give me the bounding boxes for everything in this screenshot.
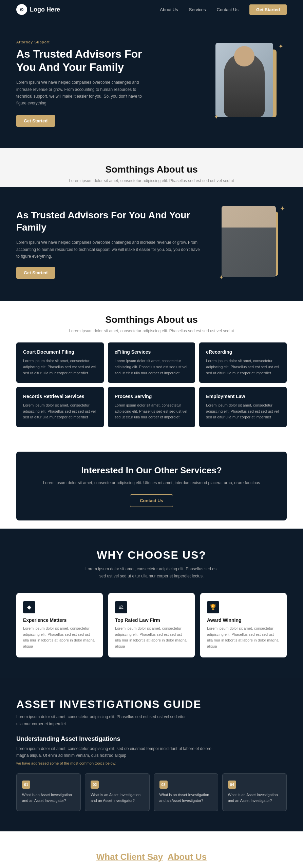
- asset-card-text-3: What is an Asset Investigation and an As…: [228, 792, 281, 804]
- star-decoration-1: ✦: [278, 43, 283, 50]
- service-title-0: Court Document Filing: [23, 349, 97, 355]
- why-card-desc-0: Lorem ipsum dolor sit amet, consectetur …: [23, 626, 96, 649]
- asset-card-3: 04 What is an Asset Investigation and an…: [222, 773, 287, 811]
- service-card-3: Records Retrieval Services Lorem ipsum d…: [16, 387, 104, 427]
- service-card-0: Court Document Filing Lorem ipsum dolor …: [16, 342, 104, 383]
- asset-card-text-2: What is an Asset Investigation and an As…: [159, 792, 212, 804]
- why-card-0: ◆ Experience Matters Lorem ipsum dolor s…: [16, 593, 103, 657]
- service-desc-1: Lorem ipsum dolor sit amet, consectetur …: [115, 358, 189, 376]
- service-card-2: eRecording Lorem ipsum dolor sit amet, c…: [199, 342, 287, 383]
- hero-description: Lorem Ipsum We have helped companies ove…: [16, 79, 145, 107]
- why-section: WHY CHOOSE US? Lorem ipsum dolor sit ame…: [0, 529, 303, 678]
- service-desc-3: Lorem ipsum dolor sit amet, consectetur …: [23, 402, 97, 420]
- why-card-icon-0: ◆: [23, 601, 35, 613]
- why-card-1: ⚖ Top Rated Law Firm Lorem ipsum dolor s…: [108, 593, 195, 657]
- hero-badge: Attorney Support: [16, 40, 145, 44]
- asset-card-num-3: 04: [228, 781, 236, 789]
- asset-cards: 01 What is an Asset Investigation and an…: [16, 773, 287, 811]
- asset-card-num-1: 02: [91, 781, 99, 789]
- services-section: Somthings About us Lorem ipsum dolor sit…: [0, 301, 303, 443]
- service-card-5: Employment Law Lorem ipsum dolor sit ame…: [199, 387, 287, 427]
- services-title: Somthings About us: [16, 314, 287, 325]
- hero-section: Attorney Support As Trusted Advisors For…: [0, 19, 303, 148]
- service-card-4: Process Serving Lorem ipsum dolor sit am…: [108, 387, 195, 427]
- why-card-title-1: Top Rated Law Firm: [115, 617, 188, 623]
- asset-card-num-0: 01: [22, 781, 30, 789]
- service-desc-0: Lorem ipsum dolor sit amet, consectetur …: [23, 358, 97, 376]
- testimonials-section: What Client Say About Us ★★★★★ Lorem ips…: [0, 831, 303, 868]
- person-head: [234, 46, 254, 66]
- about-person-image: [222, 206, 276, 277]
- navbar: ⊙ Logo Here About Us Services Contact Us…: [0, 0, 303, 19]
- asset-card-2: 03 What is an Asset Investigation and an…: [154, 773, 218, 811]
- why-card-2: 🏆 Award Winning Lorem ipsum dolor sit am…: [200, 593, 287, 657]
- service-desc-4: Lorem ipsum dolor sit amet, consectetur …: [115, 402, 189, 420]
- services-grid: Court Document Filing Lorem ipsum dolor …: [16, 342, 287, 427]
- asset-card-text-0: What is an Asset Investigation and an As…: [22, 792, 75, 804]
- asset-content: ASSET INVESTIGATIONS GUIDE Lorem ipsum d…: [16, 698, 287, 811]
- testimonials-title-highlight: About Us: [168, 852, 207, 862]
- hero-person-image: [215, 43, 273, 117]
- why-cards: ◆ Experience Matters Lorem ipsum dolor s…: [16, 593, 287, 657]
- services-subtitle: Lorem ipsum dolor sit amet, consectetur …: [50, 328, 253, 334]
- hero-content: Attorney Support As Trusted Advisors For…: [16, 40, 145, 126]
- asset-note: we have addressed some of the most commo…: [16, 761, 287, 765]
- star-decoration-2: ✦: [214, 113, 219, 121]
- about-image: ✦ ✦: [219, 203, 287, 284]
- hero-cta-button[interactable]: Get Started: [16, 115, 55, 127]
- nav-contact[interactable]: Contact Us: [217, 7, 239, 12]
- about-content: As Trusted Advisors For You And Your Fam…: [16, 209, 203, 279]
- asset-sub-title: Understanding Asset Investigations: [16, 735, 287, 743]
- why-card-title-2: Award Winning: [207, 617, 280, 623]
- why-title: WHY CHOOSE US?: [16, 549, 287, 561]
- testimonials-title-main: What Client Say: [96, 852, 163, 862]
- service-title-3: Records Retrieval Services: [23, 394, 97, 399]
- why-card-desc-2: Lorem ipsum dolor sit amet, consectetur …: [207, 626, 280, 649]
- asset-card-1: 02 What is an Asset Investigation and an…: [85, 773, 149, 811]
- asset-sub-description: Lorem ipsum dolor sit amet, consectetur …: [16, 745, 220, 759]
- cta-description: Lorem ipsum dolor sit amet, consectetur …: [33, 480, 270, 486]
- service-title-1: eFiling Services: [115, 349, 189, 355]
- asset-card-0: 01 What is an Asset Investigation and an…: [16, 773, 81, 811]
- logo: ⊙ Logo Here: [16, 4, 60, 15]
- cta-title: Interested In Our Other Services?: [33, 465, 270, 476]
- why-card-title-0: Experience Matters: [23, 617, 96, 623]
- nav-links: About Us Services Contact Us Get Started: [160, 4, 287, 15]
- why-subtitle: Lorem ipsum dolor sit amet, consectetur …: [84, 566, 220, 579]
- service-title-5: Employment Law: [206, 394, 280, 399]
- about-description: Lorem Ipsum We have helped companies ove…: [16, 239, 203, 260]
- nav-cta-button[interactable]: Get Started: [249, 4, 287, 15]
- cta-banner: Interested In Our Other Services? Lorem …: [16, 452, 287, 520]
- about-header-wrapper: Somthings About us Lorem ipsum dolor sit…: [0, 148, 303, 187]
- about-star-1: ✦: [280, 205, 285, 212]
- about-title: As Trusted Advisors For You And Your Fam…: [16, 209, 203, 234]
- logo-icon: ⊙: [16, 4, 27, 15]
- why-card-icon-2: 🏆: [207, 601, 219, 613]
- asset-section: ASSET INVESTIGATIONS GUIDE Lorem ipsum d…: [0, 678, 303, 831]
- hero-title: As Trusted Advisors For You And Your Fam…: [16, 47, 145, 74]
- service-desc-2: Lorem ipsum dolor sit amet, consectetur …: [206, 358, 280, 376]
- why-card-desc-1: Lorem ipsum dolor sit amet, consectetur …: [115, 626, 188, 649]
- service-title-2: eRecording: [206, 349, 280, 355]
- about-star-2: ✦: [219, 274, 224, 281]
- about-section-title: Somthings About us: [16, 164, 287, 175]
- nav-about[interactable]: About Us: [160, 7, 178, 12]
- cta-contact-button[interactable]: Contact Us: [130, 494, 173, 507]
- about-section: As Trusted Advisors For You And Your Fam…: [0, 187, 303, 301]
- asset-card-text-1: What is an Asset Investigation and an As…: [91, 792, 144, 804]
- nav-services[interactable]: Services: [189, 7, 206, 12]
- service-card-1: eFiling Services Lorem ipsum dolor sit a…: [108, 342, 195, 383]
- person-silhouette: [224, 53, 265, 117]
- hero-image: ✦ ✦: [212, 39, 287, 127]
- about-section-header: Somthings About us Lorem ipsum dolor sit…: [16, 156, 287, 187]
- asset-description: Lorem ipsum dolor sit amet, consectetur …: [16, 713, 186, 727]
- asset-card-num-2: 03: [159, 781, 168, 789]
- testimonials-title: What Client Say About Us: [16, 852, 287, 862]
- services-header: Somthings About us Lorem ipsum dolor sit…: [16, 306, 287, 337]
- about-section-subtitle: Lorem ipsum dolor sit amet, consectetur …: [50, 178, 253, 184]
- asset-title: ASSET INVESTIGATIONS GUIDE: [16, 698, 287, 711]
- logo-text: Logo Here: [30, 6, 60, 13]
- about-cta-button[interactable]: Get Started: [16, 267, 55, 279]
- why-card-icon-1: ⚖: [115, 601, 127, 613]
- service-desc-5: Lorem ipsum dolor sit amet, consectetur …: [206, 402, 280, 420]
